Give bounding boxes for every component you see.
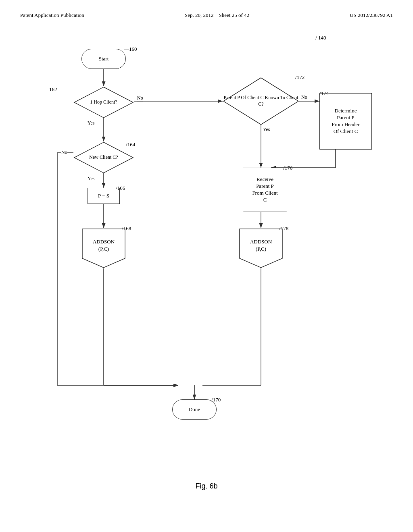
svg-text:ADDSON: ADDSON bbox=[93, 239, 115, 245]
header-center: Sep. 20, 2012 Sheet 25 of 42 bbox=[185, 12, 249, 19]
parent-known-diamond: Parent P Of Client C Known To Client C? bbox=[223, 77, 299, 125]
label-yes-parent: Yes bbox=[263, 127, 270, 133]
patent-number: US 2012/236792 A1 bbox=[350, 12, 393, 18]
ref-162: 162 — bbox=[49, 86, 64, 93]
label-no-new: No bbox=[61, 150, 67, 156]
svg-text:ADDSON: ADDSON bbox=[250, 239, 272, 245]
header-right: US 2012/236792 A1 bbox=[350, 12, 393, 19]
ref-178: /178 bbox=[279, 225, 288, 232]
ref-160: —160 bbox=[124, 46, 137, 52]
addson-left-node: ADDSON (P,C) bbox=[81, 228, 126, 268]
hop-client-diamond: 1 Hop Client? bbox=[73, 86, 134, 118]
label-no-hop: No bbox=[137, 95, 143, 101]
ref-140: / 140 bbox=[315, 35, 326, 41]
ref-168: /168 bbox=[122, 225, 131, 232]
label-yes-new: Yes bbox=[88, 176, 94, 182]
pub-date: Sep. 20, 2012 bbox=[185, 12, 214, 18]
label-no-parent: No bbox=[301, 94, 307, 100]
page-header: Patent Application Publication Sep. 20, … bbox=[20, 12, 393, 19]
page: Patent Application Publication Sep. 20, … bbox=[0, 0, 413, 532]
new-client-diamond: New Client C? bbox=[73, 141, 134, 174]
addson-right-node: ADDSON (P,C) bbox=[239, 228, 283, 268]
svg-text:(P,C): (P,C) bbox=[98, 246, 109, 252]
ref-164: /164 bbox=[126, 141, 135, 148]
p-equals-s-node: P = S bbox=[88, 188, 120, 204]
publication-label: Patent Application Publication bbox=[20, 12, 84, 18]
flowchart-diagram: / 140 bbox=[25, 31, 388, 474]
ref-176: /176 bbox=[283, 165, 292, 171]
ref-166: /166 bbox=[116, 185, 125, 191]
ref-174: /174 bbox=[319, 90, 329, 97]
determine-parent-node: Determine Parent P From Header Of Client… bbox=[319, 93, 372, 150]
figure-caption: Fig. 6b bbox=[20, 482, 393, 490]
ref-170: /170 bbox=[211, 397, 221, 403]
start-node: Start bbox=[81, 49, 126, 69]
svg-text:(P,C): (P,C) bbox=[256, 246, 266, 252]
header-left: Patent Application Publication bbox=[20, 12, 84, 19]
label-yes-hop: Yes bbox=[88, 120, 94, 126]
receive-parent-node: Receive Parent P From Client C bbox=[243, 168, 287, 212]
sheet-info: Sheet 25 of 42 bbox=[219, 12, 249, 18]
done-node: Done bbox=[172, 399, 217, 420]
ref-172: /172 bbox=[295, 74, 305, 81]
